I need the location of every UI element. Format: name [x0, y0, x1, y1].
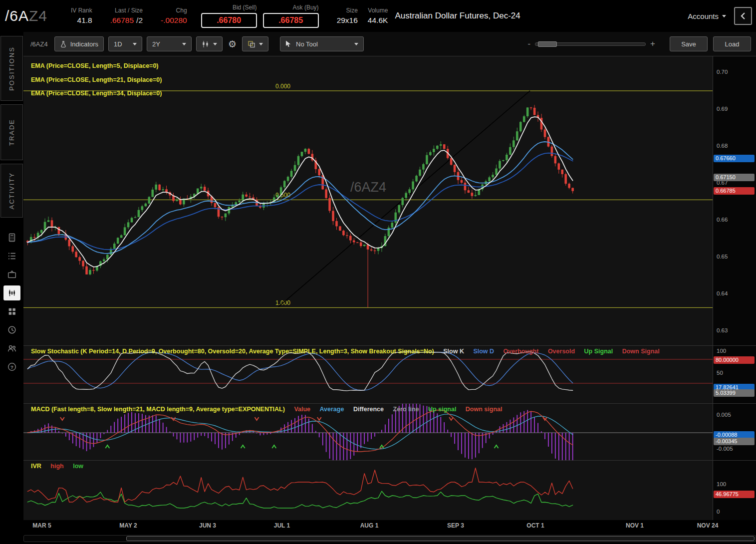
- size-field: Size 29x16: [337, 7, 358, 25]
- quote-header: /6AZ4 IV Rank 41.8 Last / Size .66785/2 …: [0, 0, 756, 32]
- list-icon[interactable]: [3, 249, 20, 264]
- legend-ivr-low: low: [73, 463, 83, 470]
- axis-tick: -0.005: [717, 446, 733, 452]
- axis-tick: 0.68: [717, 143, 728, 149]
- cursor-icon: [285, 40, 291, 47]
- tv-icon[interactable]: [3, 267, 20, 282]
- chevron-down-icon: [722, 15, 726, 17]
- calculator-icon[interactable]: [3, 230, 20, 245]
- load-button[interactable]: Load: [713, 36, 751, 51]
- x-axis-label: OCT 1: [526, 522, 544, 529]
- chart-icon[interactable]: [3, 285, 20, 300]
- ivr-label-row: IVR high low: [31, 463, 712, 470]
- chg-label: Chg: [176, 7, 187, 14]
- study-label-ema21[interactable]: EMA (Price=CLOSE, Length=21, Displace=0): [31, 73, 162, 87]
- chevron-down-icon: [259, 43, 263, 45]
- axis-tick: 0.64: [717, 290, 728, 296]
- symbol-suffix: Z4: [29, 7, 47, 24]
- clock-icon[interactable]: [3, 322, 20, 337]
- study-label-ema34: EMA (Price=CLOSE, Length=34, Displace=0): [31, 87, 162, 101]
- macd-plot[interactable]: MACD (Fast length=8, Slow length=21, MAC…: [23, 404, 713, 460]
- sidebar-tab-trade[interactable]: TRADE: [0, 104, 23, 160]
- range-value: 2Y: [152, 40, 160, 48]
- macd-axis[interactable]: 0.005-0.005-0.00088-0.00345: [713, 404, 756, 460]
- stochastic-study-label[interactable]: Slow Stochastic (K Period=14, D Period=9…: [31, 348, 434, 355]
- macd-study-label[interactable]: MACD (Fast length=8, Slow length=21, MAC…: [31, 406, 285, 413]
- axis-tick: 0.66: [717, 217, 728, 223]
- drawing-tool-dropdown[interactable]: No Tool: [280, 36, 364, 51]
- axis-bubble: 0.66785: [714, 187, 755, 195]
- chart-workspace: /6AZ4 Indicators 1D 2Y ⚙: [23, 32, 756, 544]
- zoom-slider[interactable]: [535, 42, 646, 46]
- study-label-ema5[interactable]: EMA (Price=CLOSE, Length=5, Displace=0): [31, 59, 162, 73]
- chart-settings-gear-icon[interactable]: ⚙: [227, 38, 238, 50]
- legend-slow-d: Slow D: [473, 348, 494, 355]
- ivr-panel: IVR high low 100046.96775: [23, 460, 756, 520]
- zoom-slider-thumb[interactable]: [538, 41, 557, 47]
- timeframe-dropdown[interactable]: 1D: [108, 36, 142, 51]
- axis-tick: 0.70: [717, 69, 728, 75]
- zoom-out-button[interactable]: -: [527, 39, 530, 49]
- legend-ivr-high: high: [50, 463, 63, 470]
- indicators-button[interactable]: Indicators: [54, 36, 104, 51]
- ask-field: Ask (Buy) .66785: [263, 4, 319, 28]
- legend-zero-line: Zero line: [393, 406, 419, 413]
- users-icon[interactable]: [3, 341, 20, 356]
- trading-platform: /6AZ4 IV Rank 41.8 Last / Size .66785/2 …: [0, 0, 756, 544]
- ivr-study-label[interactable]: IVR: [31, 463, 41, 470]
- chart-toolbar: /6AZ4 Indicators 1D 2Y ⚙: [23, 32, 756, 56]
- grid-icon[interactable]: [3, 304, 20, 319]
- bid-button[interactable]: .66780: [201, 13, 257, 28]
- zoom-control: - +: [527, 39, 655, 49]
- ask-button[interactable]: .66785: [263, 13, 319, 28]
- tab-activity-label: ACTIVITY: [8, 172, 15, 210]
- legend-up-signal: Up signal: [428, 406, 456, 413]
- candlestick-icon: [202, 40, 210, 48]
- axis-bubble: 0.67660: [714, 155, 755, 162]
- zoom-in-button[interactable]: +: [650, 39, 655, 49]
- stochastic-plot[interactable]: Slow Stochastic (K Period=14, D Period=9…: [23, 346, 713, 403]
- bid-value: .66780: [217, 16, 241, 25]
- x-axis-label: MAR 5: [32, 522, 51, 529]
- study-labels: EMA (Price=CLOSE, Length=5, Displace=0) …: [31, 59, 162, 101]
- help-icon[interactable]: ?: [3, 359, 20, 374]
- chart-type-dropdown[interactable]: [196, 36, 223, 51]
- price-axis[interactable]: 0.700.690.680.670.660.650.640.630.676600…: [713, 56, 756, 345]
- axis-bubble: 46.96775: [714, 491, 755, 498]
- collapse-panel-button[interactable]: [734, 7, 752, 25]
- left-sidebar: POSITIONS TRADE ACTIVITY: [0, 32, 23, 544]
- sidebar-tab-positions[interactable]: POSITIONS: [0, 36, 23, 101]
- legend-oversold: Oversold: [548, 348, 575, 355]
- accounts-dropdown[interactable]: Accounts: [688, 12, 726, 20]
- time-axis[interactable]: MAR 5MAY 2JUN 3JUL 1AUG 1SEP 3OCT 1NOV 1…: [23, 520, 756, 532]
- chevron-down-icon: [133, 43, 137, 45]
- price-chart-plot[interactable]: EMA (Price=CLOSE, Length=5, Displace=0) …: [23, 56, 713, 345]
- volume-field: Volume 44.6K: [368, 7, 388, 25]
- scrollbar-thumb[interactable]: [126, 536, 755, 541]
- symbol: /6AZ4: [0, 7, 59, 24]
- drawing-set-dropdown[interactable]: [242, 36, 268, 51]
- range-dropdown[interactable]: 2Y: [147, 36, 192, 51]
- x-axis-label: SEP 3: [447, 522, 464, 529]
- x-axis-label: JUL 1: [274, 522, 290, 529]
- chart-scrollbar[interactable]: [23, 535, 756, 542]
- axis-tick: 0.65: [717, 254, 728, 260]
- ivr-axis[interactable]: 100046.96775: [713, 461, 756, 520]
- last-value: .66785: [110, 16, 134, 24]
- sidebar-tab-activity[interactable]: ACTIVITY: [0, 164, 23, 218]
- axis-tick: 0.69: [717, 106, 728, 112]
- indicators-label: Indicators: [70, 40, 98, 48]
- save-button[interactable]: Save: [670, 36, 708, 51]
- stochastic-axis[interactable]: 1005080.0000017.826415.03399: [713, 346, 756, 403]
- bid-label: Bid (Sell): [233, 4, 257, 11]
- macd-label-row: MACD (Fast length=8, Slow length=21, MAC…: [31, 406, 712, 413]
- ivr-plot[interactable]: IVR high low: [23, 461, 713, 520]
- volume-value: 44.6K: [368, 16, 388, 25]
- chg-value: -.00280: [161, 16, 187, 25]
- axis-tick: 0.63: [717, 327, 728, 333]
- x-axis-label: MAY 2: [119, 522, 137, 529]
- sidebar-icon-rail: ?: [3, 230, 20, 378]
- x-axis-label: NOV 24: [697, 522, 719, 529]
- tab-trade-label: TRADE: [8, 119, 15, 146]
- flask-icon: [60, 40, 67, 48]
